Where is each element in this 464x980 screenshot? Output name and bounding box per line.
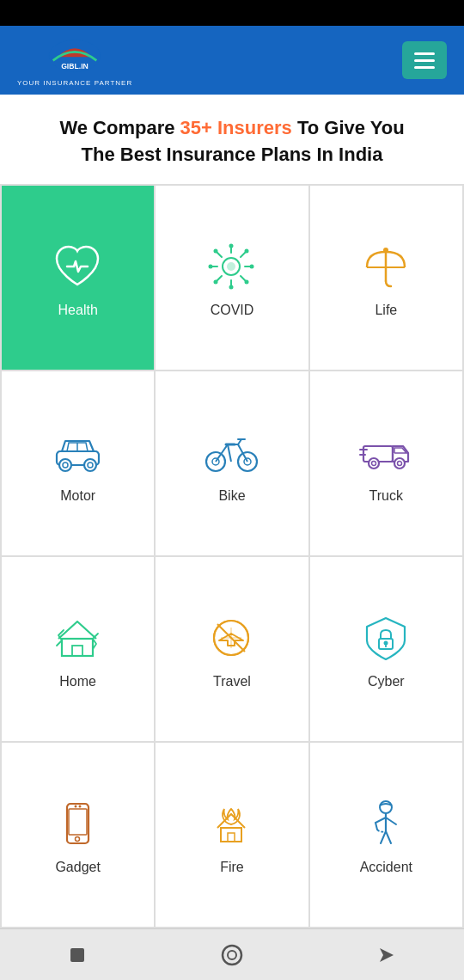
svg-line-9	[241, 276, 246, 281]
cyber-icon	[356, 612, 416, 664]
grid-item-cyber[interactable]: Cyber	[310, 557, 462, 741]
svg-point-18	[245, 248, 249, 253]
gadget-icon	[48, 798, 108, 849]
bottom-nav	[0, 928, 464, 980]
cyber-label: Cyber	[368, 674, 405, 689]
hero-text: We Compare 35+ Insurers To Give You The …	[17, 115, 447, 168]
svg-point-37	[369, 458, 379, 469]
motor-icon	[48, 426, 108, 478]
grid-item-covid[interactable]: COVID	[156, 186, 308, 370]
svg-line-10	[241, 252, 246, 257]
svg-point-16	[214, 248, 218, 253]
svg-point-39	[394, 458, 405, 469]
motor-label: Motor	[60, 488, 95, 504]
svg-point-55	[76, 836, 80, 841]
fire-icon	[202, 798, 262, 849]
travel-label: Travel	[213, 674, 251, 689]
gadget-label: Gadget	[55, 860, 100, 875]
grid-item-home[interactable]: Home	[2, 557, 154, 741]
svg-point-17	[245, 279, 249, 284]
menu-button[interactable]	[402, 41, 447, 79]
svg-point-14	[209, 264, 213, 268]
svg-point-12	[229, 243, 234, 248]
svg-point-28	[59, 459, 71, 471]
svg-point-30	[84, 459, 96, 471]
menu-line-2	[414, 59, 435, 62]
svg-rect-52	[69, 809, 87, 835]
truck-label: Truck	[369, 488, 403, 504]
svg-point-62	[228, 951, 236, 959]
grid-item-truck[interactable]: Truck	[310, 371, 462, 555]
svg-rect-56	[221, 828, 241, 842]
grid-item-life[interactable]: Life	[310, 186, 462, 370]
svg-rect-43	[62, 639, 93, 656]
back-button[interactable]	[64, 941, 91, 969]
svg-point-61	[223, 946, 241, 965]
status-bar	[0, 0, 464, 26]
life-label: Life	[375, 303, 397, 318]
recents-button[interactable]	[373, 941, 400, 969]
grid-item-health[interactable]: Health	[2, 186, 154, 370]
svg-point-49	[383, 640, 388, 645]
travel-icon	[202, 612, 262, 664]
svg-point-19	[214, 279, 218, 284]
svg-rect-44	[72, 646, 82, 656]
accident-label: Accident	[360, 860, 412, 875]
truck-icon	[356, 426, 416, 478]
svg-point-3	[227, 262, 235, 271]
svg-line-8	[217, 252, 222, 257]
svg-point-25	[383, 248, 388, 253]
bike-label: Bike	[218, 488, 245, 504]
menu-line-1	[414, 52, 435, 55]
svg-text:GIBL.IN: GIBL.IN	[61, 61, 89, 70]
hero-line2: The Best Insurance Plans In India	[82, 144, 383, 165]
hero-section: We Compare 35+ Insurers To Give You The …	[0, 95, 464, 184]
home-icon	[48, 612, 108, 664]
grid-item-gadget[interactable]: Gadget	[2, 743, 154, 927]
grid-item-bike[interactable]: Bike	[156, 371, 308, 555]
fire-label: Fire	[220, 860, 244, 875]
accident-icon	[356, 798, 416, 849]
bike-icon	[202, 426, 262, 478]
logo-subtext: YOUR INSURANCE PARTNER	[17, 79, 132, 87]
home-label: Home	[59, 674, 96, 689]
health-icon	[48, 241, 108, 292]
svg-line-11	[217, 276, 222, 281]
life-icon	[356, 241, 416, 292]
insurance-grid: Health	[0, 184, 464, 928]
header: GIBL.IN YOUR INSURANCE PARTNER	[0, 26, 464, 95]
logo-icon: GIBL.IN	[40, 34, 109, 77]
covid-label: COVID	[211, 303, 254, 318]
home-button[interactable]	[218, 941, 246, 969]
hero-highlight: 35+ Insurers	[180, 117, 292, 138]
health-label: Health	[58, 303, 98, 318]
svg-rect-60	[70, 948, 84, 962]
svg-point-15	[250, 264, 254, 268]
menu-line-3	[414, 66, 435, 69]
svg-point-54	[79, 805, 82, 807]
svg-rect-57	[228, 833, 235, 842]
grid-item-travel[interactable]: Travel	[156, 557, 308, 741]
svg-point-13	[229, 285, 234, 289]
logo: GIBL.IN YOUR INSURANCE PARTNER	[17, 34, 132, 87]
grid-item-accident[interactable]: Accident	[310, 743, 462, 927]
svg-point-53	[75, 805, 77, 807]
covid-icon	[202, 241, 262, 292]
grid-item-fire[interactable]: Fire	[156, 743, 308, 927]
grid-item-motor[interactable]: Motor	[2, 371, 154, 555]
